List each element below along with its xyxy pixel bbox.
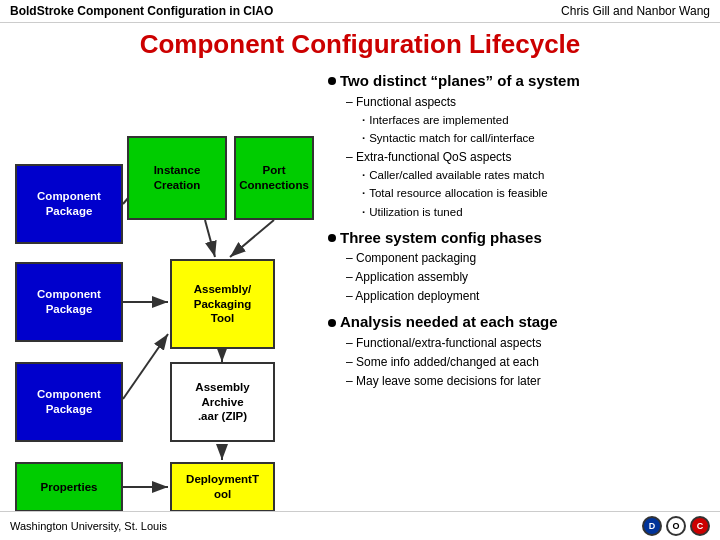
svg-line-5 bbox=[205, 220, 215, 257]
functional-section: – Functional aspects Interfaces are impl… bbox=[346, 93, 702, 221]
extrafunctional-items: Caller/called available rates match Tota… bbox=[362, 167, 702, 221]
extrafunctional-header: – Extra-functional QoS aspects bbox=[346, 148, 702, 166]
qos-item-2: Total resource allocation is feasible bbox=[362, 185, 702, 202]
assembly-packaging-tool: Assembly/PackagingTool bbox=[170, 259, 275, 349]
svg-line-4 bbox=[230, 220, 274, 257]
phase-1: – Component packaging bbox=[346, 249, 702, 267]
instance-creation: InstanceCreation bbox=[127, 136, 227, 220]
doc-c: C bbox=[690, 516, 710, 536]
analysis-list: – Functional/extra-functional aspects – … bbox=[346, 334, 702, 390]
port-connections: PortConnections bbox=[234, 136, 314, 220]
bullet-dot-2 bbox=[328, 234, 336, 242]
functional-item-1: Interfaces are implemented bbox=[362, 112, 702, 129]
component-package-1: ComponentPackage bbox=[15, 164, 123, 244]
analysis-header: Analysis needed at each stage bbox=[328, 311, 702, 334]
analysis-title: Analysis needed at each stage bbox=[340, 311, 558, 334]
planes-header: Two distinct “planes” of a system bbox=[328, 70, 702, 93]
analysis-1: – Functional/extra-functional aspects bbox=[346, 334, 702, 352]
bullet-dot-1 bbox=[328, 77, 336, 85]
section-phases: Three system config phases – Component p… bbox=[328, 227, 702, 306]
doc-logo: D O C bbox=[642, 516, 710, 536]
right-panel: Two distinct “planes” of a system – Func… bbox=[320, 64, 710, 524]
properties: Properties bbox=[15, 462, 123, 512]
diagram: ComponentPackage InstanceCreation PortCo… bbox=[10, 64, 320, 524]
qos-item-3: Utilization is tuned bbox=[362, 204, 702, 221]
section-planes: Two distinct “planes” of a system – Func… bbox=[328, 70, 702, 221]
doc-o: O bbox=[666, 516, 686, 536]
planes-title: Two distinct “planes” of a system bbox=[340, 70, 580, 93]
phase-2: – Application assembly bbox=[346, 268, 702, 286]
analysis-3: – May leave some decisions for later bbox=[346, 372, 702, 390]
doc-d: D bbox=[642, 516, 662, 536]
functional-item-2: Syntactic match for call/interface bbox=[362, 130, 702, 147]
page-title: Component Configuration Lifecycle bbox=[0, 23, 720, 64]
phases-header: Three system config phases bbox=[328, 227, 702, 250]
component-package-3: ComponentPackage bbox=[15, 362, 123, 442]
qos-item-1: Caller/called available rates match bbox=[362, 167, 702, 184]
header: BoldStroke Component Configuration in CI… bbox=[0, 0, 720, 23]
functional-header: – Functional aspects bbox=[346, 93, 702, 111]
component-package-2: ComponentPackage bbox=[15, 262, 123, 342]
deployment-tool: DeploymentTool bbox=[170, 462, 275, 512]
footer-university: Washington University, St. Louis bbox=[10, 520, 167, 532]
assembly-archive: AssemblyArchive.aar (ZIP) bbox=[170, 362, 275, 442]
phase-3: – Application deployment bbox=[346, 287, 702, 305]
analysis-2: – Some info added/changed at each bbox=[346, 353, 702, 371]
header-left: BoldStroke Component Configuration in CI… bbox=[10, 4, 273, 18]
content-area: ComponentPackage InstanceCreation PortCo… bbox=[0, 64, 720, 524]
bullet-dot-3 bbox=[328, 319, 336, 327]
phases-title: Three system config phases bbox=[340, 227, 542, 250]
svg-line-3 bbox=[123, 334, 168, 399]
phases-list: – Component packaging – Application asse… bbox=[346, 249, 702, 305]
footer: Washington University, St. Louis D O C bbox=[0, 511, 720, 540]
section-analysis: Analysis needed at each stage – Function… bbox=[328, 311, 702, 390]
header-right: Chris Gill and Nanbor Wang bbox=[561, 4, 710, 18]
functional-items: Interfaces are implemented Syntactic mat… bbox=[362, 112, 702, 148]
